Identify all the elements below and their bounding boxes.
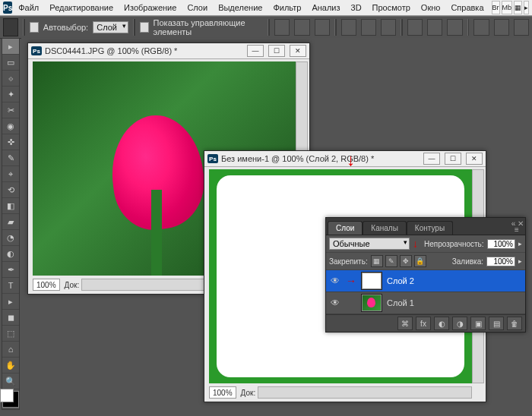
autoselect-label: Автовыбор:	[43, 23, 88, 32]
dodge-tool[interactable]: ◐	[2, 246, 19, 262]
stamp-tool[interactable]: ⌖	[2, 166, 19, 182]
visibility-icon[interactable]: 👁	[329, 275, 341, 287]
crop-tool[interactable]: ✂	[2, 102, 19, 118]
doc2-zoom[interactable]: 100%	[209, 386, 236, 399]
hand-tool[interactable]: ✋	[2, 358, 19, 373]
align-btn-5[interactable]	[361, 19, 376, 36]
layers-panel[interactable]: « ✕ Слои Каналы Контуры ≡ Обычные ↓ Непр…	[325, 217, 526, 332]
menu-3d[interactable]: 3D	[347, 2, 366, 14]
distribute-btn-4[interactable]	[473, 19, 489, 36]
adjustment-layer-icon[interactable]: ◑	[452, 317, 467, 330]
wand-tool[interactable]: ✦	[2, 87, 19, 102]
doc2-maximize[interactable]: ☐	[445, 153, 461, 165]
layer-thumb-1[interactable]	[361, 294, 382, 312]
layer-name-1[interactable]: Слой 1	[387, 298, 414, 307]
autoselect-checkbox[interactable]	[30, 22, 39, 33]
doc1-minimize[interactable]: —	[247, 45, 264, 57]
options-bar: Автовыбор: Слой Показать управляющие эле…	[0, 16, 532, 39]
annotation-arrow-3: →	[346, 276, 356, 286]
menu-edit[interactable]: Редактирование	[45, 2, 118, 14]
fill-slider-icon[interactable]: ▸	[518, 257, 522, 265]
autoselect-dropdown[interactable]: Слой	[93, 21, 128, 33]
panel-collapse-icon[interactable]: « ✕	[511, 219, 524, 228]
minibridge-button[interactable]: Mb	[502, 1, 513, 14]
blur-tool[interactable]: ◔	[2, 230, 19, 246]
distribute-btn-5[interactable]	[494, 19, 509, 36]
bridge-button[interactable]: Br	[492, 1, 500, 14]
layer-mask-icon[interactable]: ◐	[434, 317, 449, 330]
menu-select[interactable]: Выделение	[214, 2, 267, 14]
group-icon[interactable]: ▣	[470, 317, 486, 330]
new-layer-icon[interactable]: ▤	[489, 317, 504, 330]
path-tool[interactable]: ▸	[2, 294, 19, 310]
menu-image[interactable]: Изображение	[119, 2, 181, 14]
doc2-close[interactable]: ✕	[466, 153, 483, 165]
align-btn-4[interactable]	[341, 19, 356, 36]
lock-transparency-icon[interactable]: ▦	[371, 255, 383, 267]
eraser-tool[interactable]: ◧	[2, 198, 19, 214]
doc1-titlebar[interactable]: Ps DSC04441.JPG @ 100% (RGB/8) * — ☐ ✕	[28, 43, 309, 59]
lasso-tool[interactable]: ⟐	[2, 71, 19, 87]
align-btn-1[interactable]	[274, 19, 290, 36]
camera-tool[interactable]: ⌂	[2, 342, 19, 358]
link-layers-icon[interactable]: ⌘	[397, 317, 413, 330]
distribute-btn-3[interactable]	[447, 19, 462, 36]
tab-paths[interactable]: Контуры	[407, 221, 453, 235]
menu-window[interactable]: Окно	[416, 2, 445, 14]
layer-row-2[interactable]: 👁 → Слой 2	[326, 270, 525, 292]
layer-thumb-2[interactable]	[361, 272, 382, 290]
lock-pixels-icon[interactable]: ✎	[385, 255, 397, 267]
distribute-btn-2[interactable]	[427, 19, 442, 36]
doc1-title: DSC04441.JPG @ 100% (RGB/8) *	[45, 46, 177, 55]
pen-tool[interactable]: ✒	[2, 262, 19, 278]
menu-view[interactable]: Просмотр	[368, 2, 415, 14]
color-swatches[interactable]	[2, 391, 19, 408]
showcontrols-checkbox[interactable]	[140, 22, 149, 33]
visibility-icon[interactable]: 👁	[329, 297, 341, 309]
tab-layers[interactable]: Слои	[328, 221, 363, 235]
opacity-slider-icon[interactable]: ▸	[518, 240, 522, 247]
lock-all-icon[interactable]: 🔒	[414, 255, 426, 267]
layer-row-1[interactable]: 👁 Слой 1	[326, 292, 525, 314]
current-tool-icon[interactable]	[3, 18, 18, 36]
menu-file[interactable]: Файл	[14, 2, 43, 14]
move-tool[interactable]: ▸	[2, 39, 19, 55]
opacity-value[interactable]: 100%	[487, 239, 515, 249]
doc1-close[interactable]: ✕	[290, 45, 306, 57]
align-btn-2[interactable]	[294, 19, 309, 36]
tab-channels[interactable]: Каналы	[363, 221, 407, 235]
history-tool[interactable]: ⟲	[2, 182, 19, 198]
menu-filter[interactable]: Фильтр	[268, 2, 306, 14]
heal-tool[interactable]: ✜	[2, 134, 19, 150]
doc2-scroll-h[interactable]	[258, 386, 472, 399]
layer-fx-icon[interactable]: fx	[416, 317, 431, 330]
eyedropper-tool[interactable]: ◉	[2, 118, 19, 134]
distribute-btn-6[interactable]	[514, 19, 529, 36]
doc2-minimize[interactable]: —	[423, 153, 440, 165]
type-tool[interactable]: T	[2, 278, 19, 294]
lock-label: Закрепить:	[329, 257, 368, 266]
arrange-button[interactable]: ▦	[514, 1, 522, 14]
gradient-tool[interactable]: ▰	[2, 214, 19, 230]
align-btn-6[interactable]	[381, 19, 396, 36]
shape-tool[interactable]: ◼	[2, 310, 19, 326]
marquee-tool[interactable]: ▭	[2, 55, 19, 71]
menu-analysis[interactable]: Анализ	[307, 2, 344, 14]
screenmode-button[interactable]: ▸	[524, 1, 529, 14]
lock-position-icon[interactable]: ✥	[400, 255, 412, 267]
distribute-btn-1[interactable]	[407, 19, 423, 36]
menu-layers[interactable]: Слои	[182, 2, 212, 14]
menu-help[interactable]: Справка	[446, 2, 488, 14]
align-btn-3[interactable]	[315, 19, 330, 36]
trash-icon[interactable]: 🗑	[507, 317, 522, 330]
layer-name-2[interactable]: Слой 2	[387, 276, 414, 285]
doc1-maximize[interactable]: ☐	[268, 45, 285, 57]
zoom-tool[interactable]: 🔍	[2, 373, 19, 389]
doc2-titlebar[interactable]: Ps Без имени-1 @ 100% (Слой 2, RGB/8) * …	[204, 151, 486, 167]
opacity-label: Непрозрачность:	[424, 240, 484, 248]
3d-tool[interactable]: ⬚	[2, 326, 19, 342]
blendmode-dropdown[interactable]: Обычные	[329, 238, 410, 250]
doc1-zoom[interactable]: 100%	[33, 279, 60, 291]
fill-value[interactable]: 100%	[486, 257, 515, 266]
brush-tool[interactable]: ✎	[2, 150, 19, 166]
